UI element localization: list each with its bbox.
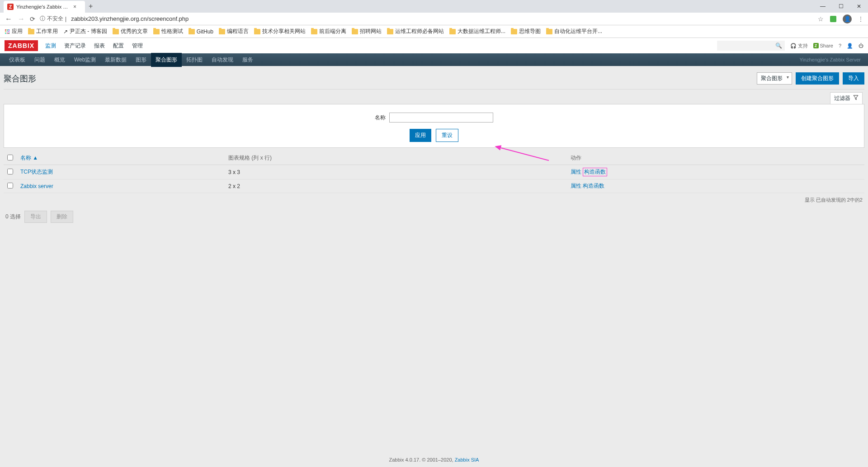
filter-tab-row: 过滤器 bbox=[4, 90, 864, 104]
help-icon[interactable]: ? bbox=[839, 43, 841, 48]
tab-title: Yinzhengjie's Zabbix Server: 聚 bbox=[16, 4, 71, 10]
bookmark-item[interactable]: 工作常用 bbox=[28, 28, 58, 35]
search-icon[interactable]: 🔍 bbox=[775, 42, 782, 49]
folder-icon bbox=[311, 29, 317, 34]
properties-link[interactable]: 属性 bbox=[571, 169, 581, 175]
bookmark-item[interactable]: 编程语言 bbox=[219, 28, 249, 35]
sub-services[interactable]: 服务 bbox=[238, 53, 258, 67]
table-header-row: 名称 ▲ 图表规格 (列 x 行) 动作 bbox=[4, 151, 864, 165]
user-icon[interactable]: 👤 bbox=[847, 43, 853, 49]
sub-dashboard[interactable]: 仪表板 bbox=[5, 53, 30, 67]
back-button[interactable]: ← bbox=[5, 15, 13, 23]
security-indicator[interactable]: ⓘ 不安全 | bbox=[40, 15, 66, 23]
filter-buttons: 应用 重设 bbox=[8, 129, 860, 142]
zabbix-header: ZABBIX 监测 资产记录 报表 配置 管理 🔍 🎧 支持 ZShare ? … bbox=[0, 38, 868, 53]
filter-field-row: 名称 bbox=[8, 113, 860, 123]
share-link[interactable]: ZShare bbox=[813, 43, 833, 48]
info-icon: ⓘ bbox=[40, 15, 45, 23]
screen-type-select[interactable]: 聚合图形 bbox=[757, 72, 792, 85]
forward-button[interactable]: → bbox=[17, 15, 25, 23]
filter-name-input[interactable] bbox=[389, 113, 493, 123]
bookmark-item[interactable]: 优秀的文章 bbox=[113, 28, 148, 35]
import-button[interactable]: 导入 bbox=[843, 72, 864, 85]
apps-button[interactable]: 应用 bbox=[5, 28, 23, 35]
address-bar: ← → ⟳ ⓘ 不安全 | zabbix203.yinzhengjie.org.… bbox=[0, 13, 868, 25]
sub-latest[interactable]: 最新数据 bbox=[100, 53, 131, 67]
bookmark-item[interactable]: 招聘网站 bbox=[352, 28, 382, 35]
table-footer: 显示 已自动发现的 2中的2 bbox=[4, 193, 864, 207]
constructor-link[interactable]: 构造函数 bbox=[584, 169, 606, 175]
close-icon[interactable]: × bbox=[73, 4, 76, 10]
tab-favicon: Z bbox=[7, 4, 14, 10]
bookmark-item[interactable]: GitHub bbox=[189, 28, 213, 35]
close-window-button[interactable]: ✕ bbox=[850, 0, 868, 12]
apply-button[interactable]: 应用 bbox=[410, 129, 431, 142]
z-icon: Z bbox=[813, 43, 819, 48]
bookmark-star-icon[interactable]: ☆ bbox=[818, 15, 824, 23]
reset-button[interactable]: 重设 bbox=[436, 129, 458, 142]
properties-link[interactable]: 属性 bbox=[571, 183, 581, 189]
export-button[interactable]: 导出 bbox=[24, 211, 47, 223]
url-text[interactable]: zabbix203.yinzhengjie.org.cn/screenconf.… bbox=[71, 15, 813, 22]
row-checkbox[interactable] bbox=[7, 183, 13, 189]
maximize-button[interactable]: ☐ bbox=[832, 0, 850, 12]
delete-button[interactable]: 删除 bbox=[51, 211, 73, 223]
title-actions: 聚合图形 创建聚合图形 导入 bbox=[757, 72, 864, 85]
constructor-link[interactable]: 构造函数 bbox=[583, 183, 604, 189]
menu-reports[interactable]: 报表 bbox=[94, 42, 105, 50]
header-right: 🔍 🎧 支持 ZShare ? 👤 ⏻ bbox=[717, 41, 863, 51]
table-row: TCP状态监测 3 x 3 属性 构造函数 bbox=[4, 165, 864, 179]
sub-web[interactable]: Web监测 bbox=[70, 53, 100, 67]
menu-inventory[interactable]: 资产记录 bbox=[64, 42, 86, 50]
bookmark-item[interactable]: ↗尹正杰 - 博客园 bbox=[63, 28, 107, 35]
browser-tab[interactable]: Z Yinzhengjie's Zabbix Server: 聚 × bbox=[4, 1, 85, 13]
svg-line-0 bbox=[499, 147, 549, 160]
divider: | bbox=[65, 16, 66, 22]
sub-maps[interactable]: 拓扑图 bbox=[182, 53, 207, 67]
filter-tab[interactable]: 过滤器 bbox=[830, 92, 863, 104]
folder-icon bbox=[387, 29, 393, 34]
bookmark-item[interactable]: 技术分享相关网站 bbox=[254, 28, 306, 35]
screen-dim: 3 x 3 bbox=[225, 165, 567, 179]
new-tab-button[interactable]: + bbox=[89, 2, 93, 10]
screen-name-link[interactable]: Zabbix server bbox=[20, 183, 53, 189]
menu-config[interactable]: 配置 bbox=[113, 42, 124, 50]
menu-monitor[interactable]: 监测 bbox=[45, 42, 56, 50]
page-title-row: 聚合图形 聚合图形 创建聚合图形 导入 bbox=[4, 70, 864, 90]
sub-graphs[interactable]: 图形 bbox=[131, 53, 151, 67]
zabbix-logo[interactable]: ZABBIX bbox=[5, 40, 38, 51]
support-link[interactable]: 🎧 支持 bbox=[790, 42, 808, 49]
minimize-button[interactable]: — bbox=[814, 0, 832, 12]
link-icon: ↗ bbox=[63, 28, 68, 35]
bookmark-item[interactable]: 前后端分离 bbox=[311, 28, 346, 35]
funnel-icon bbox=[853, 95, 859, 102]
screen-name-link[interactable]: TCP状态监测 bbox=[20, 169, 53, 175]
bookmark-item[interactable]: 自动化运维平台开... bbox=[546, 28, 602, 35]
logout-icon[interactable]: ⏻ bbox=[859, 43, 863, 48]
folder-icon bbox=[352, 29, 358, 34]
menu-icon[interactable]: ⋮ bbox=[858, 16, 863, 22]
reload-button[interactable]: ⟳ bbox=[30, 15, 35, 23]
top-menu: 监测 资产记录 报表 配置 管理 bbox=[45, 42, 143, 50]
sub-problems[interactable]: 问题 bbox=[30, 53, 50, 67]
apps-label: 应用 bbox=[12, 28, 23, 35]
profile-avatar-icon[interactable]: 👤 bbox=[843, 14, 852, 24]
select-all-checkbox[interactable] bbox=[7, 155, 13, 160]
page-body: 聚合图形 聚合图形 创建聚合图形 导入 过滤器 名称 应用 重设 名称 ▲ bbox=[0, 66, 868, 230]
search-input[interactable] bbox=[717, 41, 785, 51]
extension-icon[interactable] bbox=[830, 16, 836, 22]
bookmark-item[interactable]: 大数据运维工程师... bbox=[449, 28, 505, 35]
filter-tab-label: 过滤器 bbox=[834, 94, 850, 102]
sub-overview[interactable]: 概览 bbox=[50, 53, 70, 67]
row-checkbox[interactable] bbox=[7, 169, 13, 175]
bookmark-item[interactable]: 运维工程师必备网站 bbox=[387, 28, 444, 35]
menu-admin[interactable]: 管理 bbox=[132, 42, 143, 50]
col-name-header[interactable]: 名称 ▲ bbox=[20, 155, 38, 161]
browser-tab-row: Z Yinzhengjie's Zabbix Server: 聚 × + — ☐… bbox=[0, 0, 868, 13]
filter-name-label: 名称 bbox=[375, 114, 386, 122]
sub-screens[interactable]: 聚合图形 bbox=[151, 53, 182, 67]
create-screen-button[interactable]: 创建聚合图形 bbox=[796, 72, 839, 85]
bookmark-item[interactable]: 性格测试 bbox=[153, 28, 183, 35]
sub-discovery[interactable]: 自动发现 bbox=[207, 53, 238, 67]
bookmark-item[interactable]: 思维导图 bbox=[511, 28, 541, 35]
